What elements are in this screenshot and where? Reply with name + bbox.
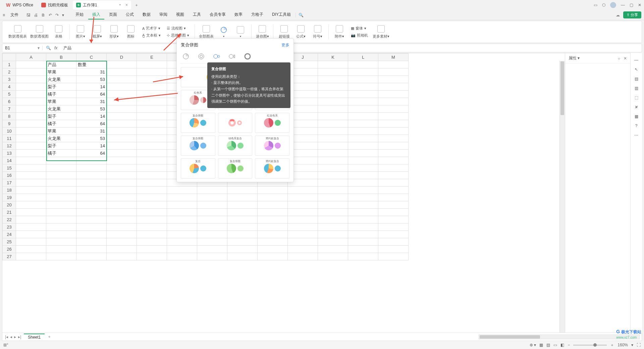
zoom-level[interactable]: 160% <box>618 343 628 347</box>
cell[interactable]: 苹果 <box>46 68 76 76</box>
pie-bar-type-icon[interactable] <box>228 53 236 60</box>
camera-button[interactable]: 📷 照相机 <box>350 32 369 39</box>
cell[interactable] <box>318 172 348 179</box>
col-header[interactable]: C <box>76 54 107 61</box>
close-tab-icon[interactable]: × <box>125 3 128 7</box>
cell[interactable] <box>46 223 76 231</box>
add-tab-button[interactable]: ＋ <box>132 1 141 9</box>
tab-workbook[interactable]: S 工作簿1 • × <box>73 1 131 9</box>
cell[interactable] <box>197 201 227 209</box>
cell[interactable] <box>76 201 107 209</box>
cell[interactable] <box>46 238 76 246</box>
textbox-button[interactable]: A̲ 文本框 ▾ <box>141 32 162 39</box>
collapse-panel-icon[interactable]: — <box>634 58 638 62</box>
print-icon[interactable]: 🖨 <box>34 13 38 17</box>
cell[interactable] <box>107 120 137 128</box>
cell[interactable] <box>137 105 167 113</box>
cell[interactable] <box>348 105 378 113</box>
cell[interactable] <box>46 164 76 172</box>
cell[interactable] <box>137 61 167 68</box>
cell[interactable] <box>46 172 76 179</box>
cell[interactable] <box>318 194 348 201</box>
cell[interactable] <box>46 246 76 253</box>
name-dropdown-icon[interactable]: ▾ <box>38 46 40 50</box>
cell[interactable] <box>137 231 167 238</box>
cell[interactable] <box>76 179 107 187</box>
cell[interactable] <box>76 187 107 194</box>
cell[interactable] <box>107 68 137 76</box>
cell[interactable] <box>137 83 167 91</box>
more-material-button[interactable]: 更多素材▾ <box>373 25 389 39</box>
cell[interactable]: 53 <box>76 105 107 113</box>
chart-thumb[interactable]: 简约款复合 <box>255 136 289 156</box>
cell[interactable] <box>137 142 167 150</box>
row-header[interactable]: 1 <box>3 61 16 68</box>
cell[interactable] <box>378 113 409 120</box>
cell[interactable] <box>258 253 288 260</box>
cell[interactable] <box>318 187 348 194</box>
cell[interactable] <box>16 253 46 260</box>
row-header[interactable]: 5 <box>3 91 16 98</box>
cell[interactable] <box>348 209 378 216</box>
hyperlink-button[interactable]: 超链接 <box>277 25 291 39</box>
vertical-scrollbar[interactable] <box>559 61 565 333</box>
chart-panel-more[interactable]: 更多 <box>281 42 289 48</box>
cell[interactable] <box>378 150 409 157</box>
cell[interactable] <box>16 61 46 68</box>
cell[interactable] <box>378 105 409 113</box>
cell[interactable]: 火龙果 <box>46 105 76 113</box>
zoom-out-icon[interactable]: − <box>568 343 570 347</box>
view-normal-icon[interactable]: ▦ <box>539 343 543 347</box>
row-header[interactable]: 21 <box>3 209 16 216</box>
cell[interactable] <box>318 105 348 113</box>
cell[interactable] <box>167 216 197 223</box>
cell[interactable] <box>197 216 227 223</box>
cell[interactable] <box>107 231 137 238</box>
chart-thumb[interactable]: 复合饼图 <box>218 158 253 179</box>
cell[interactable] <box>167 201 197 209</box>
col-header[interactable]: D <box>107 54 137 61</box>
zoom-in-icon[interactable]: ＋ <box>610 342 614 348</box>
cell[interactable] <box>46 216 76 223</box>
cell[interactable] <box>76 172 107 179</box>
cell[interactable] <box>288 194 318 201</box>
row-header[interactable]: 17 <box>3 179 16 187</box>
display-mode-icon[interactable]: ◧ <box>560 343 564 347</box>
fullscreen-icon[interactable]: ⛶ <box>637 343 641 347</box>
maximize-icon[interactable]: ▢ <box>630 3 633 7</box>
cell[interactable] <box>46 179 76 187</box>
cell[interactable]: 14 <box>76 113 107 120</box>
pivot-table-button[interactable]: 数据透视表 <box>8 25 27 39</box>
cell[interactable] <box>76 164 107 172</box>
cell[interactable] <box>76 209 107 216</box>
cell[interactable] <box>46 157 76 164</box>
row-header[interactable]: 19 <box>3 194 16 201</box>
row-header[interactable]: 24 <box>3 231 16 238</box>
cell[interactable] <box>378 179 409 187</box>
cell[interactable]: 64 <box>76 91 107 98</box>
cell[interactable] <box>348 135 378 142</box>
cell[interactable] <box>348 253 378 260</box>
cell[interactable] <box>378 246 409 253</box>
cell[interactable] <box>107 142 137 150</box>
cell[interactable] <box>348 68 378 76</box>
cell[interactable] <box>137 179 167 187</box>
cell[interactable] <box>348 157 378 164</box>
row-header[interactable]: 13 <box>3 150 16 157</box>
cell[interactable] <box>378 216 409 223</box>
cell[interactable] <box>16 216 46 223</box>
chart-thumb[interactable]: 复合饼图 <box>181 136 215 156</box>
cell[interactable]: 64 <box>76 150 107 157</box>
menu-tab-会员专享[interactable]: 会员专享 <box>206 10 230 19</box>
cell[interactable] <box>16 113 46 120</box>
cell[interactable] <box>288 223 318 231</box>
view-reading-icon[interactable]: ▭ <box>553 343 557 347</box>
cell[interactable] <box>378 91 409 98</box>
cell[interactable] <box>137 238 167 246</box>
cell[interactable] <box>348 91 378 98</box>
menu-tab-视图[interactable]: 视图 <box>172 10 188 19</box>
cell[interactable] <box>378 253 409 260</box>
cell[interactable]: 14 <box>76 83 107 91</box>
attachment-button[interactable]: 附件▾ <box>333 25 346 39</box>
cell[interactable]: 苹果 <box>46 128 76 135</box>
